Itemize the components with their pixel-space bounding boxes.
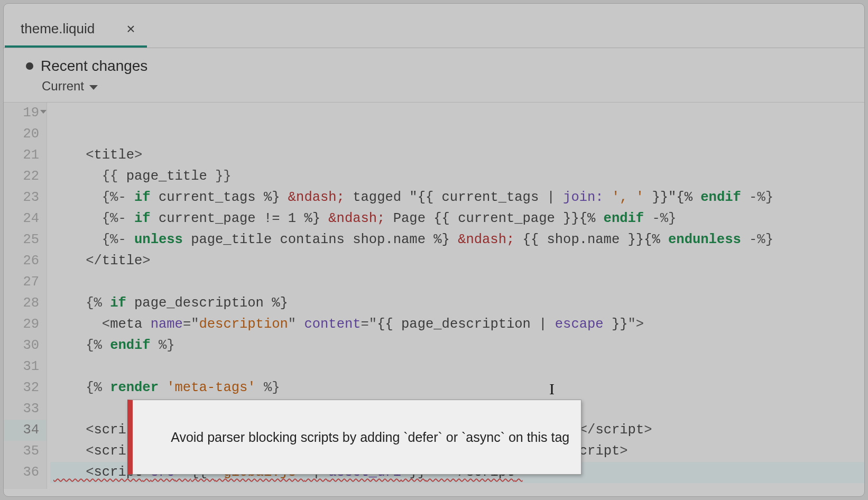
code-line[interactable]: </title> [50,251,864,272]
line-number: 26 [4,251,47,272]
line-number: 21 [4,145,47,166]
code-line[interactable]: {%- unless page_title contains shop.name… [50,229,864,251]
code-line[interactable] [50,483,864,489]
fold-chevron-icon[interactable] [40,110,47,114]
code-line[interactable]: {% endif %} [50,335,864,356]
line-number: 22 [4,166,47,187]
recent-changes-title: Recent changes [41,58,147,75]
line-number: 20 [4,124,47,145]
code-line[interactable]: {% if page_description %} [50,293,864,314]
lint-tooltip: Avoid parser blocking scripts by adding … [127,400,581,475]
line-number: 29 [4,314,47,335]
code-line[interactable]: {% render 'meta-tags' %} [50,377,864,399]
line-number: 24 [4,208,47,229]
code-line[interactable]: <meta name="description" content="{{ pag… [50,314,864,335]
code-line[interactable]: {%- if current_page != 1 %} &ndash; Page… [50,208,864,229]
line-number: 25 [4,229,47,251]
tab-theme-liquid[interactable]: theme.liquid × [5,11,147,48]
line-number: 35 [4,441,47,462]
code-line[interactable]: {{ page_title }} [50,166,864,187]
tab-label: theme.liquid [21,21,95,37]
line-number: 19 [4,103,47,124]
line-number: 33 [4,399,47,420]
tab-bar: theme.liquid × [4,4,864,48]
line-number-gutter: 192021222324252627282930313233343536 [4,103,47,489]
section-header: Recent changes Current [4,48,864,102]
code-line[interactable] [50,356,864,377]
line-number: 34 [4,420,47,441]
code-line[interactable] [50,272,864,293]
line-number: 23 [4,187,47,208]
line-number: 32 [4,377,47,399]
chevron-down-icon [89,85,98,90]
revision-label: Current [42,79,84,94]
code-editor[interactable]: 192021222324252627282930313233343536 <ti… [4,102,864,489]
editor-frame: theme.liquid × Recent changes Current 19… [3,3,865,497]
unsaved-dot-icon [26,62,33,70]
revision-dropdown[interactable]: Current [26,75,859,99]
line-number: 27 [4,272,47,293]
line-number: 28 [4,293,47,314]
code-line[interactable]: <title> [50,145,864,166]
code-area[interactable]: <title> {{ page_title }} {%- if current_… [47,103,864,489]
line-number: 30 [4,335,47,356]
close-icon[interactable]: × [126,22,135,36]
code-line[interactable]: {%- if current_tags %} &ndash; tagged "{… [50,187,864,208]
line-number: 36 [4,462,47,483]
text-cursor-icon: I [549,378,555,400]
line-number: 31 [4,356,47,377]
lint-tooltip-text: Avoid parser blocking scripts by adding … [171,430,569,445]
